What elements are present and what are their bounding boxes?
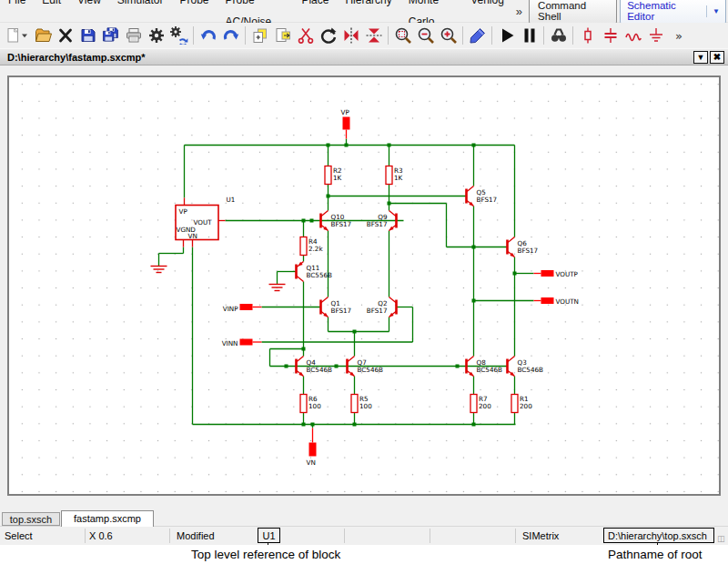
save-all-icon[interactable] bbox=[99, 25, 122, 46]
resistor-value-label: 200 bbox=[520, 402, 532, 410]
resistor-r6[interactable] bbox=[300, 395, 307, 413]
transistor-value-label: BC546B bbox=[518, 366, 544, 374]
schematic-drawing[interactable]: Q10BFS17Q9BFS17Q5BFS17Q6BFS17Q1BFS17Q2BF… bbox=[9, 77, 719, 494]
resistor-r4[interactable] bbox=[300, 237, 307, 256]
terminal-label: VP bbox=[341, 108, 350, 116]
resistor-r3[interactable] bbox=[386, 166, 392, 185]
tab-top-sxsch[interactable]: top.sxsch bbox=[2, 512, 60, 526]
junction-dot bbox=[302, 347, 306, 351]
wire-pencil-icon[interactable] bbox=[466, 25, 489, 46]
redo-icon[interactable] bbox=[219, 25, 242, 46]
resistor-r2[interactable] bbox=[325, 166, 331, 185]
junction-dot bbox=[302, 219, 306, 223]
zoom-out-icon[interactable] bbox=[414, 25, 437, 46]
terminal-label: VN bbox=[307, 458, 316, 467]
junction-dot bbox=[335, 365, 339, 368]
terminal-vp[interactable] bbox=[343, 117, 350, 130]
resistor-r7[interactable] bbox=[470, 395, 477, 413]
new-document-icon[interactable] bbox=[2, 25, 31, 46]
menu-bar: FileEditViewSimulatorProbeProbe AC/Noise… bbox=[0, 0, 728, 23]
resistor-r1[interactable] bbox=[511, 395, 518, 413]
resize-grip[interactable]: ◫ bbox=[717, 534, 726, 543]
document-title-bar[interactable]: D:\hierarchy\fastamp.sxcmp* ▼ ✖ bbox=[0, 48, 728, 65]
place-inductor-icon[interactable] bbox=[622, 25, 644, 46]
transistor-q11[interactable] bbox=[297, 262, 304, 282]
editor-mode-label: Schematic Editor bbox=[621, 0, 706, 24]
transistor-q5[interactable] bbox=[467, 186, 474, 206]
schematic-canvas-area: Q10BFS17Q9BFS17Q5BFS17Q6BFS17Q1BFS17Q2BF… bbox=[0, 65, 728, 510]
terminal-vn[interactable] bbox=[309, 443, 317, 457]
junction-dot bbox=[472, 246, 476, 249]
block-pin-label: VN bbox=[188, 232, 197, 240]
find-icon[interactable] bbox=[547, 25, 570, 46]
flip-vertical-icon[interactable] bbox=[362, 25, 385, 46]
resistor-r5[interactable] bbox=[351, 395, 358, 413]
open-folder-icon[interactable] bbox=[31, 25, 54, 46]
junction-dot bbox=[388, 144, 391, 147]
close-icon[interactable] bbox=[54, 25, 76, 46]
rotate-icon[interactable] bbox=[317, 25, 339, 46]
junction-dot bbox=[310, 219, 314, 223]
place-capacitor-icon[interactable] bbox=[599, 25, 622, 46]
transistor-q2[interactable] bbox=[389, 297, 397, 317]
transistor-q6[interactable] bbox=[508, 237, 515, 257]
editor-mode-select[interactable]: Schematic Editor ▼ bbox=[620, 0, 726, 25]
zoom-area-icon[interactable] bbox=[391, 25, 414, 46]
more-chevron-icon[interactable]: » bbox=[667, 25, 690, 46]
chevron-down-icon[interactable]: ▼ bbox=[706, 5, 725, 17]
block-pin-label: VP bbox=[179, 207, 188, 216]
run-icon[interactable] bbox=[495, 25, 518, 46]
paste-icon[interactable] bbox=[271, 25, 294, 46]
toolbar-separator bbox=[491, 26, 492, 45]
toolbar-separator bbox=[245, 26, 246, 45]
transistor-value-label: BFS17 bbox=[367, 307, 388, 315]
toolbar-separator bbox=[572, 26, 573, 45]
cut-icon[interactable] bbox=[294, 25, 317, 46]
flip-horizontal-icon[interactable] bbox=[339, 25, 362, 46]
status-block-reference-box: U1 bbox=[258, 528, 280, 543]
junction-dot bbox=[472, 144, 476, 147]
document-tab-strip: top.sxsch fastamp.sxcmp bbox=[0, 510, 728, 526]
command-shell-button[interactable]: Command Shell bbox=[529, 0, 617, 25]
pause-icon[interactable] bbox=[518, 25, 541, 46]
transistor-value-label: BC556B bbox=[307, 271, 333, 279]
schematic-canvas[interactable]: Q10BFS17Q9BFS17Q5BFS17Q6BFS17Q1BFS17Q2BF… bbox=[7, 76, 721, 496]
junction-dot bbox=[285, 365, 288, 368]
terminal-vinp[interactable] bbox=[240, 304, 253, 310]
transistor-value-label: BC546B bbox=[307, 366, 333, 374]
resistor-value-label: 200 bbox=[479, 402, 491, 410]
junction-dot bbox=[353, 330, 357, 334]
transistor-q3[interactable] bbox=[508, 357, 515, 377]
junction-dot bbox=[513, 272, 517, 276]
junction-dot bbox=[353, 423, 357, 427]
transistor-value-label: BFS17 bbox=[518, 247, 539, 255]
transistor-value-label: BFS17 bbox=[477, 196, 498, 204]
copy-icon[interactable] bbox=[248, 25, 271, 46]
terminal-vinn[interactable] bbox=[240, 339, 253, 346]
toolbar-separator bbox=[462, 26, 463, 45]
zoom-in-icon[interactable] bbox=[437, 25, 460, 46]
transistor-value-label: BFS17 bbox=[367, 220, 388, 228]
tab-fastamp-sxcmp[interactable]: fastamp.sxcmp bbox=[61, 510, 154, 527]
junction-dot bbox=[302, 423, 306, 427]
window-close-button[interactable]: ✖ bbox=[710, 51, 724, 64]
annotation-pathname-of-root: Pathname of root bbox=[608, 548, 703, 561]
terminal-voutn[interactable] bbox=[541, 297, 554, 304]
save-icon[interactable] bbox=[76, 25, 99, 46]
undo-icon[interactable] bbox=[197, 25, 219, 46]
menu-overflow-chevron[interactable]: » bbox=[512, 5, 526, 18]
junction-dot bbox=[311, 423, 315, 427]
window-restore-button[interactable]: ▼ bbox=[693, 51, 708, 64]
settings-gear-icon[interactable] bbox=[145, 25, 167, 46]
place-ground-icon[interactable] bbox=[644, 25, 667, 46]
terminal-label: VINP bbox=[223, 305, 238, 313]
transistor-q1[interactable] bbox=[321, 297, 329, 317]
update-gear-icon[interactable] bbox=[167, 25, 190, 46]
block-ref-label: U1 bbox=[227, 196, 236, 204]
terminal-voutp[interactable] bbox=[541, 270, 554, 277]
print-icon[interactable] bbox=[122, 25, 145, 46]
junction-dot bbox=[472, 423, 476, 427]
annotation-strip: Top level reference of block Pathname of… bbox=[0, 545, 728, 564]
place-resistor-icon[interactable] bbox=[576, 25, 599, 46]
toolbar-separator bbox=[388, 26, 389, 45]
